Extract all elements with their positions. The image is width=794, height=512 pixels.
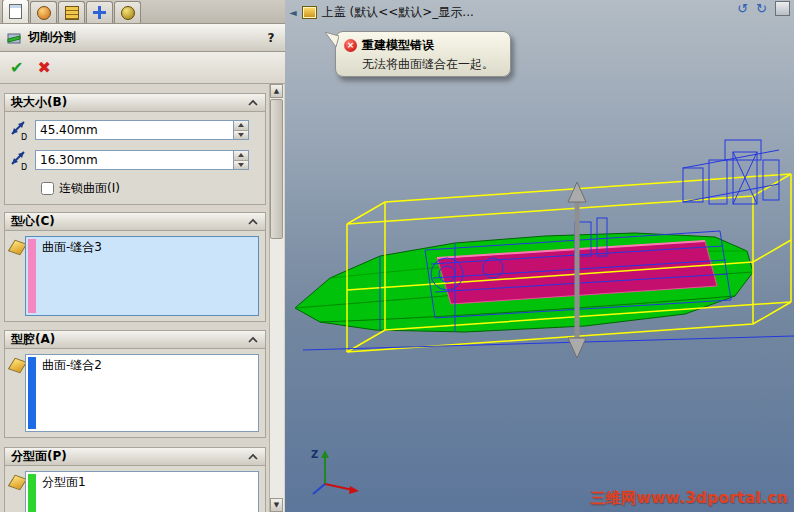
core-label: 型心(C) (11, 213, 247, 230)
configurationmanager-icon (65, 6, 79, 20)
parting-label: 分型面(P) (11, 448, 247, 465)
group-parting-surface: 分型面(P) 分型面1 (4, 447, 266, 512)
viewport-header: ◄ 上盖 (默认<<默认>_显示... (289, 4, 474, 21)
tab-displaymanager[interactable] (114, 1, 141, 23)
block-depth-input[interactable] (36, 121, 233, 139)
spinner-up-icon[interactable] (234, 121, 248, 130)
group-block-size: 块大小(B) D (4, 93, 266, 205)
panel-content: 块大小(B) D (0, 84, 269, 512)
tab-dimxpert[interactable] (86, 1, 113, 23)
panel-title-bar: 切削分割 ? (0, 24, 285, 52)
displaymanager-icon (121, 6, 135, 20)
featuremanager-icon (9, 4, 22, 19)
collapse-chevron-icon[interactable] (247, 218, 259, 226)
interlock-surfaces-checkbox[interactable] (41, 182, 54, 195)
tab-configurationmanager[interactable] (58, 1, 85, 23)
parting-list-item[interactable]: 分型面1 (42, 474, 86, 491)
spinner-down-icon[interactable] (234, 130, 248, 140)
cancel-button[interactable]: ✖ (37, 60, 50, 76)
scroll-up-button[interactable]: ▲ (270, 84, 283, 98)
balloon-tail (325, 32, 339, 48)
orientation-triad: Z (305, 444, 365, 502)
block-height-field (35, 150, 249, 170)
redo-view-icon[interactable]: ↻ (756, 1, 767, 16)
property-manager-panel: 切削分割 ? ✔ ✖ 块大小(B) D (0, 0, 286, 512)
error-message: 无法将曲面缝合在一起。 (362, 56, 502, 73)
spinner-up-icon[interactable] (234, 151, 248, 160)
group-header-block-size[interactable]: 块大小(B) (5, 94, 265, 112)
group-header-core[interactable]: 型心(C) (5, 213, 265, 231)
scrollbar-thumb[interactable] (270, 99, 283, 239)
panel-scrollbar[interactable]: ▲ ▼ (269, 84, 284, 512)
group-core: 型心(C) 曲面-缝合3 (4, 212, 266, 322)
block-depth-row: D (5, 116, 265, 146)
spinner-down-icon[interactable] (234, 160, 248, 170)
part-icon (302, 6, 317, 19)
panel-title: 切削分割 (28, 29, 263, 46)
collapse-chevron-icon[interactable] (247, 336, 259, 344)
interlock-surfaces-label: 连锁曲面(I) (59, 180, 120, 197)
help-button[interactable]: ? (263, 31, 279, 45)
dimxpert-icon (93, 6, 106, 19)
error-icon: × (344, 39, 357, 52)
core-color-bar[interactable] (28, 239, 36, 313)
block-height-input[interactable] (36, 151, 233, 169)
tab-featuremanager[interactable] (2, 0, 29, 23)
interlock-surfaces-row[interactable]: 连锁曲面(I) (41, 180, 120, 197)
tab-propertymanager[interactable] (30, 1, 57, 23)
cavity-label: 型腔(A) (11, 331, 247, 348)
core-selection-list[interactable]: 曲面-缝合3 (25, 236, 259, 316)
solidworks-window: 切削分割 ? ✔ ✖ 块大小(B) D (0, 0, 794, 512)
error-balloon[interactable]: × 重建模型错误 无法将曲面缝合在一起。 (335, 31, 511, 77)
collapse-panel-icon[interactable]: ◄ (289, 7, 297, 18)
ok-button[interactable]: ✔ (10, 60, 23, 76)
parting-selection-list[interactable]: 分型面1 (25, 471, 259, 512)
display-settings-icon[interactable] (775, 1, 790, 16)
view-toolbar: ↺ ↻ (737, 1, 790, 16)
svg-text:D: D (21, 163, 27, 171)
svg-text:D: D (21, 133, 27, 141)
cavity-color-bar[interactable] (28, 357, 36, 429)
graphics-area[interactable]: ◄ 上盖 (默认<<默认>_显示... ↺ ↻ × 重建模型错误 无法将曲面缝合… (285, 0, 794, 512)
block-size-label: 块大小(B) (11, 94, 247, 111)
scroll-down-button[interactable]: ▼ (270, 498, 283, 512)
watermark-text: 三维网www.3dportal.cn (590, 489, 788, 508)
block-height-row: D (5, 146, 265, 176)
panel-ok-bar: ✔ ✖ (0, 52, 285, 84)
tooling-split-icon (6, 30, 22, 46)
parting-color-bar[interactable] (28, 474, 36, 512)
document-breadcrumb[interactable]: 上盖 (默认<<默认>_显示... (322, 4, 474, 21)
undo-view-icon[interactable]: ↺ (737, 1, 748, 16)
block-height-spinner[interactable] (233, 151, 248, 169)
triad-z-label: Z (311, 449, 318, 460)
panel-tab-bar (0, 0, 285, 24)
collapse-chevron-icon[interactable] (247, 453, 259, 461)
propertymanager-icon (37, 6, 51, 20)
group-header-parting[interactable]: 分型面(P) (5, 448, 265, 466)
group-cavity: 型腔(A) 曲面-缝合2 (4, 330, 266, 438)
cavity-selection-list[interactable]: 曲面-缝合2 (25, 354, 259, 432)
collapse-chevron-icon[interactable] (247, 99, 259, 107)
block-depth-field (35, 120, 249, 140)
depth-dimension-icon: D (9, 149, 29, 171)
depth-dimension-icon: D (9, 119, 29, 141)
cavity-list-item[interactable]: 曲面-缝合2 (42, 357, 102, 374)
core-list-item[interactable]: 曲面-缝合3 (42, 239, 102, 256)
block-depth-spinner[interactable] (233, 121, 248, 139)
error-title: 重建模型错误 (362, 37, 434, 54)
group-header-cavity[interactable]: 型腔(A) (5, 331, 265, 349)
